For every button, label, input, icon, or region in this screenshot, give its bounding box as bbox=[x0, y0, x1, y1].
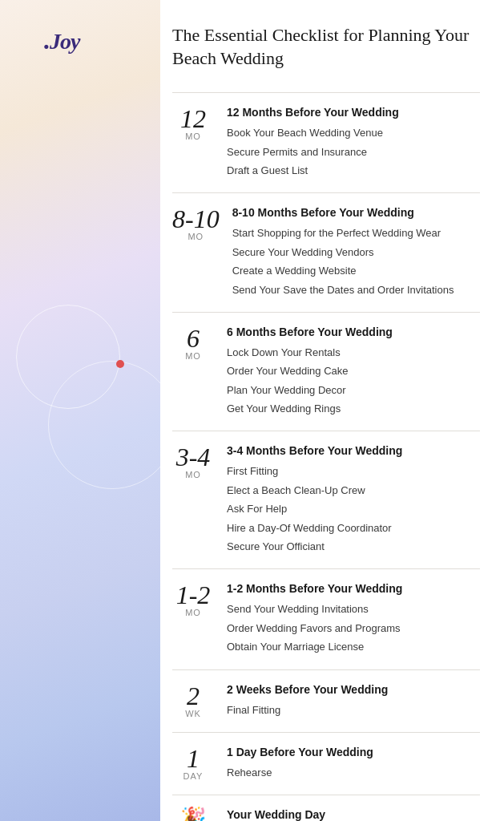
time-number-2wk: 2 bbox=[172, 683, 214, 709]
section-content-weddingday: Your Wedding DayRelax and Have Fun bbox=[227, 808, 480, 821]
time-badge-weddingday: 🎉DAY bbox=[172, 808, 214, 821]
time-badge-2wk: 2WK bbox=[172, 683, 214, 718]
section-heading-1-2mo: 1-2 Months Before Your Wedding bbox=[227, 582, 480, 595]
section-content-1day: 1 Day Before Your WeddingRehearse bbox=[227, 746, 480, 782]
timeline-section-3-4mo: 3-4MO3-4 Months Before Your WeddingFirst… bbox=[172, 431, 480, 568]
section-heading-2wk: 2 Weeks Before Your Wedding bbox=[227, 683, 480, 696]
list-item: First Fitting bbox=[227, 462, 480, 480]
list-item: Hire a Day-Of Wedding Coordinator bbox=[227, 519, 480, 537]
time-unit-1day: DAY bbox=[172, 771, 214, 781]
section-heading-12mo: 12 Months Before Your Wedding bbox=[227, 106, 480, 119]
list-item: Secure Permits and Insurance bbox=[227, 143, 480, 161]
list-item: Book Your Beach Wedding Venue bbox=[227, 123, 480, 142]
list-item: Send Your Wedding Invitations bbox=[227, 600, 480, 618]
list-item: Secure Your Wedding Vendors bbox=[232, 243, 480, 261]
list-item: Rehearse bbox=[227, 763, 480, 782]
list-item: Elect a Beach Clean-Up Crew bbox=[227, 481, 480, 499]
timeline-section-6mo: 6MO6 Months Before Your WeddingLock Down… bbox=[172, 312, 480, 431]
time-unit-2wk: WK bbox=[172, 709, 214, 718]
timeline-container: 12MO12 Months Before Your WeddingBook Yo… bbox=[172, 92, 480, 821]
section-content-12mo: 12 Months Before Your WeddingBook Your B… bbox=[227, 106, 480, 180]
time-unit-12mo: MO bbox=[172, 131, 214, 141]
time-unit-6mo: MO bbox=[172, 351, 214, 361]
section-heading-1day: 1 Day Before Your Wedding bbox=[227, 746, 480, 758]
time-badge-8-10mo: 8-10MO bbox=[172, 206, 220, 241]
timeline-section-weddingday: 🎉DAYYour Wedding DayRelax and Have Fun bbox=[172, 795, 480, 821]
list-item: Send Your Save the Dates and Order Invit… bbox=[232, 281, 480, 299]
section-heading-6mo: 6 Months Before Your Wedding bbox=[227, 326, 480, 338]
page-title: The Essential Checklist for Planning You… bbox=[172, 24, 480, 70]
logo: .Joy bbox=[44, 26, 79, 55]
time-badge-1-2mo: 1-2MO bbox=[172, 582, 214, 617]
list-item: Start Shopping for the Perfect Wedding W… bbox=[232, 224, 480, 242]
time-badge-12mo: 12MO bbox=[172, 106, 214, 141]
list-item: Ask For Help bbox=[227, 499, 480, 518]
time-number-1day: 1 bbox=[172, 746, 214, 771]
section-content-2wk: 2 Weeks Before Your WeddingFinal Fitting bbox=[227, 683, 480, 719]
time-unit-1-2mo: MO bbox=[172, 608, 214, 617]
section-heading-weddingday: Your Wedding Day bbox=[227, 808, 480, 821]
section-heading-3-4mo: 3-4 Months Before Your Wedding bbox=[227, 444, 480, 457]
time-unit-8-10mo: MO bbox=[172, 232, 220, 241]
section-content-6mo: 6 Months Before Your WeddingLock Down Yo… bbox=[227, 326, 480, 419]
logo-text: Joy bbox=[50, 29, 79, 54]
list-item: Draft a Guest List bbox=[227, 161, 480, 180]
list-item: Secure Your Officiant bbox=[227, 537, 480, 556]
list-item: Plan Your Wedding Decor bbox=[227, 381, 480, 399]
section-content-1-2mo: 1-2 Months Before Your WeddingSend Your … bbox=[227, 582, 480, 656]
time-unit-3-4mo: MO bbox=[172, 470, 214, 479]
timeline-section-2wk: 2WK2 Weeks Before Your WeddingFinal Fitt… bbox=[172, 669, 480, 732]
time-badge-3-4mo: 3-4MO bbox=[172, 444, 214, 479]
time-number-6mo: 6 bbox=[172, 326, 214, 351]
logo-dot: . bbox=[44, 26, 50, 55]
time-number-8-10mo: 8-10 bbox=[172, 206, 220, 232]
timeline-section-1-2mo: 1-2MO1-2 Months Before Your WeddingSend … bbox=[172, 568, 480, 669]
timeline-section-12mo: 12MO12 Months Before Your WeddingBook Yo… bbox=[172, 92, 480, 192]
time-number-3-4mo: 3-4 bbox=[172, 444, 214, 470]
section-content-8-10mo: 8-10 Months Before Your WeddingStart Sho… bbox=[232, 206, 480, 299]
list-item: Order Your Wedding Cake bbox=[227, 362, 480, 380]
list-item: Obtain Your Marriage License bbox=[227, 637, 480, 656]
list-item: Order Wedding Favors and Programs bbox=[227, 619, 480, 637]
list-item: Lock Down Your Rentals bbox=[227, 343, 480, 362]
main-content: The Essential Checklist for Planning You… bbox=[156, 0, 504, 821]
time-number-weddingday: 🎉 bbox=[172, 808, 214, 821]
time-number-12mo: 12 bbox=[172, 106, 214, 131]
section-content-3-4mo: 3-4 Months Before Your WeddingFirst Fitt… bbox=[227, 444, 480, 556]
time-number-1-2mo: 1-2 bbox=[172, 582, 214, 608]
list-item: Get Your Wedding Rings bbox=[227, 399, 480, 418]
section-heading-8-10mo: 8-10 Months Before Your Wedding bbox=[232, 206, 480, 219]
timeline-section-8-10mo: 8-10MO8-10 Months Before Your WeddingSta… bbox=[172, 192, 480, 312]
list-item: Final Fitting bbox=[227, 701, 480, 719]
red-dot bbox=[116, 360, 124, 368]
list-item: Create a Wedding Website bbox=[232, 261, 480, 280]
timeline-section-1day: 1DAY1 Day Before Your WeddingRehearse bbox=[172, 732, 480, 795]
time-badge-6mo: 6MO bbox=[172, 326, 214, 361]
time-badge-1day: 1DAY bbox=[172, 746, 214, 781]
